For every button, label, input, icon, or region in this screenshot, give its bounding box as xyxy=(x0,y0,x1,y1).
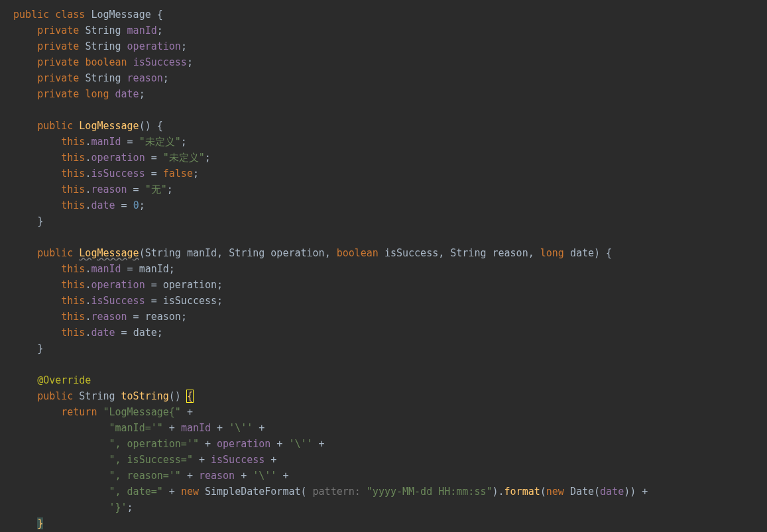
code-line: this.date = date; xyxy=(13,327,163,339)
code-line: this.manId = "未定义"; xyxy=(13,136,187,148)
code-line: public LogMessage() { xyxy=(13,120,163,132)
code-line: this.operation = operation; xyxy=(13,279,223,291)
code-line: "manId='" + manId + '\'' + xyxy=(13,422,265,434)
matched-brace-close: } xyxy=(37,517,43,529)
code-line: ", date=" + new SimpleDateFormat( patter… xyxy=(13,486,648,498)
blank-line xyxy=(13,358,19,370)
code-editor[interactable]: public class LogMessage { private String… xyxy=(0,0,767,531)
code-line: @Override xyxy=(13,374,91,386)
code-line: this.isSuccess = false; xyxy=(13,168,199,180)
code-line: public String toString() { xyxy=(13,390,193,402)
code-line: this.date = 0; xyxy=(13,199,145,211)
code-line: ", isSuccess=" + isSuccess + xyxy=(13,454,276,466)
code-line: private long date; xyxy=(13,88,145,100)
blank-line xyxy=(13,104,19,116)
code-line: ", reason='" + reason + '\'' + xyxy=(13,470,288,482)
code-line: } xyxy=(13,517,43,529)
code-line: private boolean isSuccess; xyxy=(13,56,193,68)
code-line: } xyxy=(13,215,43,227)
code-line: } xyxy=(13,343,43,354)
code-line: public class LogMessage { xyxy=(13,9,163,21)
code-line: this.reason = "无"; xyxy=(13,184,173,195)
code-line: this.isSuccess = isSuccess; xyxy=(13,295,223,307)
code-line: private String reason; xyxy=(13,72,169,84)
code-line: private String operation; xyxy=(13,40,187,52)
code-line: this.reason = reason; xyxy=(13,311,187,323)
code-line: '}'; xyxy=(13,502,133,513)
code-line: this.manId = manId; xyxy=(13,263,175,275)
code-line: public LogMessage(String manId, String o… xyxy=(13,247,612,259)
blank-line xyxy=(13,231,19,243)
code-line: this.operation = "未定义"; xyxy=(13,152,211,164)
code-line: return "LogMessage{" + xyxy=(13,406,193,418)
code-line: ", operation='" + operation + '\'' + xyxy=(13,438,325,450)
code-line: private String manId; xyxy=(13,25,163,36)
matched-brace-open: { xyxy=(186,390,194,403)
